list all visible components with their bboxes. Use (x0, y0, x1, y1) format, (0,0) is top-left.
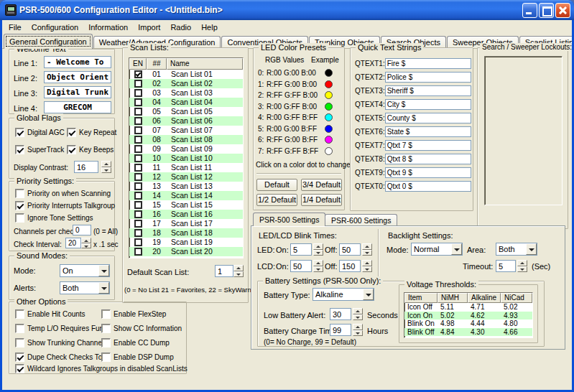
enable-hit-counts-checkbox[interactable]: Enable Hit Counts (15, 309, 85, 319)
key-beeps-checkbox[interactable]: Key Beeps (67, 145, 114, 154)
scan-list-row[interactable]: 14 Scan List 14 (129, 191, 243, 200)
close-button[interactable] (555, 3, 570, 18)
three-quarter-default-button[interactable]: 3/4 Default (301, 179, 342, 191)
maximize-button[interactable] (539, 3, 554, 18)
spinner-up-icon[interactable] (353, 308, 363, 314)
default-scan-list-input[interactable] (215, 265, 233, 277)
scan-list-row[interactable]: 19 Scan List 19 (129, 238, 243, 247)
enable-cc-dump-checkbox[interactable]: Enable CC Dump (101, 338, 170, 347)
lockouts-listbox[interactable] (484, 56, 563, 205)
spinner-up-icon[interactable] (233, 265, 244, 271)
led-on-spinner[interactable] (313, 243, 323, 256)
dropdown-arrow-icon[interactable] (451, 243, 462, 255)
led-color-dot[interactable] (325, 91, 333, 99)
battery-charge-time-spinner[interactable] (353, 324, 363, 336)
scan-enable-checkbox[interactable] (134, 220, 142, 228)
welcome-line2-input[interactable] (44, 71, 111, 83)
menu-item[interactable]: Information (83, 22, 133, 33)
temp-lo-requires-func-checkbox[interactable]: Temp L/O Requires Func (15, 324, 107, 333)
dropdown-arrow-icon[interactable] (98, 265, 109, 276)
led-color-dot[interactable] (325, 103, 333, 111)
led-color-dot[interactable] (325, 69, 333, 77)
lcd-on-input[interactable] (290, 260, 312, 272)
spinner-down-icon[interactable] (313, 266, 323, 273)
spinner-down-icon[interactable] (353, 330, 363, 337)
spinner-up-icon[interactable] (313, 260, 323, 266)
qtext-input[interactable] (385, 72, 471, 83)
low-battery-alert-input[interactable] (330, 308, 351, 320)
scan-list-row[interactable]: 17 Scan List 17 (129, 219, 243, 228)
spinner-down-icon[interactable] (101, 167, 111, 174)
scan-list-row[interactable]: 16 Scan List 16 (129, 210, 243, 219)
spinner-down-icon[interactable] (353, 314, 363, 321)
backlight-mode-select[interactable]: Normal (411, 243, 463, 256)
spinner-down-icon[interactable] (517, 266, 527, 273)
spinner-down-icon[interactable] (362, 250, 372, 256)
spinner-down-icon[interactable] (313, 250, 323, 256)
scan-list-row[interactable]: 01 Scan List 01 (129, 70, 243, 79)
spinner-up-icon[interactable] (81, 238, 91, 243)
lcd-off-spinner[interactable] (362, 260, 372, 272)
menu-item[interactable]: File (4, 22, 27, 33)
low-battery-alert-spinner[interactable] (353, 308, 363, 320)
channels-per-check-input[interactable] (73, 225, 91, 235)
qtext-input[interactable] (385, 99, 471, 110)
spinner-up-icon[interactable] (517, 260, 527, 266)
column-header-alkaline[interactable]: Alkaline (468, 293, 501, 303)
spinner-up-icon[interactable] (362, 260, 372, 266)
scan-list-row[interactable]: 09 Scan List 09 (129, 144, 243, 154)
priority-interrupts-checkbox[interactable]: Priority Interrupts Talkgroup (15, 201, 115, 210)
lcd-off-input[interactable] (339, 260, 361, 272)
scan-enable-checkbox[interactable] (134, 80, 142, 88)
show-trunking-channel-checkbox[interactable]: Show Trunking Channel (15, 338, 103, 347)
qtext-input[interactable] (385, 154, 471, 164)
scan-list-row[interactable]: 20 Scan List 20 (129, 247, 243, 256)
column-header-name[interactable]: Name (167, 58, 243, 70)
scan-enable-checkbox[interactable] (134, 154, 142, 162)
column-header-item[interactable]: Item (404, 293, 438, 303)
scan-list-row[interactable]: 15 Scan List 15 (129, 200, 243, 210)
column-header-num[interactable]: ## (147, 58, 167, 70)
scan-list-row[interactable]: 08 Scan List 08 (129, 135, 243, 144)
battery-type-select[interactable]: Alkaline (313, 288, 374, 301)
wildcard-ignores-checkbox[interactable]: Wildcard Ignores Talkgroups in disabled … (15, 364, 188, 373)
ignore-tone-checkbox[interactable]: Ignore Tone Settings (15, 213, 93, 223)
column-header-en[interactable]: EN (129, 58, 147, 70)
welcome-line1-input[interactable] (44, 56, 111, 68)
title-bar[interactable]: PSR-500/600 Configuration Editor - <Unti… (0, 0, 574, 20)
show-cc-information-checkbox[interactable]: Show CC Information (101, 324, 182, 333)
enable-dsp-dump-checkbox[interactable]: Enable DSP Dump (101, 353, 174, 362)
main-tab[interactable]: General Configuration (4, 34, 93, 49)
scan-enable-checkbox[interactable] (134, 145, 142, 153)
spinner-up-icon[interactable] (101, 161, 111, 167)
led-off-input[interactable] (339, 243, 361, 256)
scan-enable-checkbox[interactable] (134, 192, 142, 200)
half-default-button[interactable]: 1/2 Default (256, 194, 297, 206)
led-color-dot[interactable] (325, 136, 333, 144)
scan-list-row[interactable]: 04 Scan List 04 (129, 98, 243, 107)
scan-enable-checkbox[interactable] (134, 229, 142, 237)
spinner-down-icon[interactable] (362, 266, 372, 273)
qtext-input[interactable] (385, 113, 471, 123)
spinner-down-icon[interactable] (81, 243, 91, 249)
default-button[interactable]: Default (256, 179, 297, 191)
backlight-area-select[interactable]: Both (496, 243, 537, 256)
led-color-dot[interactable] (325, 147, 333, 155)
scan-list-row[interactable]: 02 Scan List 02 (129, 79, 243, 88)
qtext-input[interactable] (385, 126, 471, 137)
scan-list-row[interactable]: 13 Scan List 13 (129, 182, 243, 191)
scan-enable-checkbox[interactable] (134, 201, 142, 209)
enable-flexstep-checkbox[interactable]: Enable FlexStep (101, 309, 166, 319)
led-color-dot[interactable] (325, 113, 333, 121)
scan-enable-checkbox[interactable] (134, 98, 142, 106)
menu-item[interactable]: Radio (165, 22, 196, 33)
menu-item[interactable]: Configuration (27, 22, 83, 33)
scan-list-row[interactable]: 07 Scan List 07 (129, 126, 243, 135)
display-contrast-spinner[interactable] (101, 161, 111, 173)
menu-item[interactable]: Help (196, 22, 223, 33)
lcd-on-spinner[interactable] (313, 260, 323, 272)
scan-enable-checkbox[interactable] (134, 238, 142, 246)
welcome-line4-input[interactable] (44, 101, 111, 113)
column-header-nimh[interactable]: NiMH (438, 293, 468, 303)
scan-list-row[interactable]: 18 Scan List 18 (129, 228, 243, 238)
